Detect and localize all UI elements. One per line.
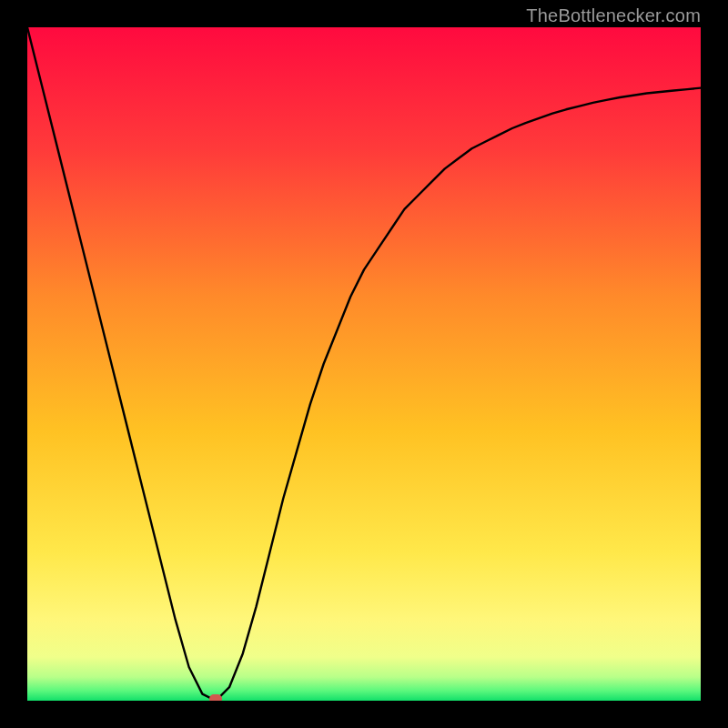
attribution-text: TheBottlenecker.com	[526, 5, 701, 26]
plot-area	[27, 27, 701, 701]
optimal-point-marker	[209, 694, 222, 701]
chart-frame: TheBottlenecker.com	[0, 0, 728, 728]
bottleneck-curve	[27, 27, 701, 701]
